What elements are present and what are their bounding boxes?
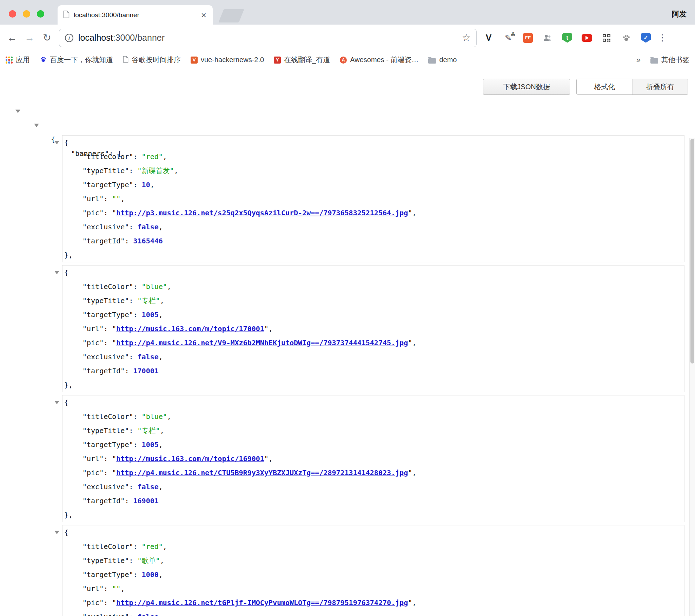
json-punctuation: ,	[269, 325, 273, 333]
json-punctuation: :	[133, 181, 142, 189]
json-punctuation: :	[104, 195, 112, 203]
json-punctuation: ,	[269, 454, 273, 463]
json-punctuation: {	[64, 268, 68, 277]
youdao-dict-extension-icon[interactable]: ✎英	[503, 32, 514, 44]
qr-code-extension-icon[interactable]	[601, 32, 612, 44]
back-button[interactable]: ←	[6, 32, 18, 44]
json-number-value: 1000	[142, 570, 159, 579]
json-punctuation: :	[104, 454, 112, 463]
json-key: "targetType"	[82, 181, 133, 189]
bookmark-label: 百度一下，你就知道	[50, 55, 113, 65]
json-link[interactable]: http://p4.music.126.net/V9-MXz6b2MNhEKju…	[116, 339, 408, 347]
new-tab-button[interactable]	[218, 9, 244, 22]
browser-tab[interactable]: localhost:3000/banner ×	[58, 5, 213, 25]
json-punctuation: :	[104, 339, 112, 347]
paw-extension-icon[interactable]	[621, 32, 632, 44]
json-punctuation: :	[129, 612, 137, 616]
collapse-triangle-icon[interactable]	[54, 401, 59, 404]
json-punctuation: ,	[159, 310, 163, 319]
json-link[interactable]: http://music.163.com/m/topic/169001	[116, 454, 264, 463]
json-punctuation: ,	[412, 598, 416, 607]
json-key: "titleColor"	[82, 282, 133, 291]
bookmark-item-awesomes[interactable]: A Awesomes - 前端资…	[340, 55, 418, 65]
json-object-box: {"titleColor": "red","typeTitle": "新碟首发"…	[62, 135, 684, 262]
json-line: "exclusive": false,	[62, 350, 684, 364]
json-punctuation: ,	[159, 353, 163, 361]
collapse-triangle-icon[interactable]	[54, 531, 59, 534]
security-shield-extension-icon[interactable]: ✓	[641, 33, 651, 43]
json-line: "exclusive": false,	[62, 220, 684, 234]
sessions-extension-icon[interactable]	[542, 32, 553, 44]
close-window-button[interactable]	[9, 10, 16, 18]
bookmark-item-other-bookmarks[interactable]: 其他书签	[650, 55, 689, 65]
json-key: "targetType"	[82, 570, 133, 579]
browser-menu-icon[interactable]: ⋮	[657, 32, 668, 43]
json-string-value: "歌单"	[138, 556, 160, 565]
json-punctuation: ,	[163, 542, 167, 551]
json-object-box: {"titleColor": "blue","typeTitle": "专栏",…	[62, 265, 684, 392]
bookmark-item-youdao-translate[interactable]: Y 在线翻译_有道	[274, 55, 330, 65]
bookmark-item-google-sort[interactable]: 谷歌按时间排序	[123, 55, 181, 65]
json-link[interactable]: http://p3.music.126.net/s25q2x5QyqsAzilC…	[116, 209, 408, 217]
json-punctuation: ,	[167, 412, 171, 421]
maximize-window-button[interactable]	[37, 10, 44, 18]
bookmark-star-icon[interactable]: ☆	[462, 32, 471, 44]
json-object-box: {"titleColor": "blue","typeTitle": "专栏",…	[62, 395, 684, 522]
tab-close-icon[interactable]: ×	[200, 11, 207, 20]
vimium-extension-icon[interactable]: V	[483, 32, 494, 44]
json-key: "url"	[82, 584, 104, 593]
bookmark-label: 谷歌按时间排序	[132, 55, 181, 65]
json-punctuation: ,	[160, 426, 164, 435]
download-json-button[interactable]: 下载JSON数据	[483, 79, 570, 95]
json-punctuation: "	[112, 598, 116, 607]
collapse-triangle-icon[interactable]	[54, 141, 59, 144]
vertical-scrollbar[interactable]	[689, 138, 695, 616]
json-punctuation: ,	[159, 440, 163, 449]
format-button[interactable]: 格式化	[577, 79, 633, 94]
json-line: },	[62, 248, 684, 262]
json-string-value: "专栏"	[138, 426, 160, 435]
json-punctuation: :	[129, 426, 137, 435]
scrollbar-thumb[interactable]	[690, 139, 694, 363]
reload-button[interactable]: ↻	[41, 32, 53, 44]
bookmark-item-apps[interactable]: 应用	[6, 55, 30, 65]
json-key: "titleColor"	[82, 412, 133, 421]
collapse-triangle-icon[interactable]	[34, 124, 39, 127]
json-boolean-value: false	[138, 483, 159, 491]
bookmark-item-demo[interactable]: demo	[428, 56, 457, 64]
json-key: "pic"	[82, 339, 104, 347]
json-key: "targetType"	[82, 440, 133, 449]
json-string-value: "red"	[142, 542, 163, 551]
json-boolean-value: false	[138, 353, 159, 361]
youtube-extension-icon[interactable]	[582, 34, 592, 42]
bookmark-label: Awesomes - 前端资…	[350, 55, 418, 65]
tab-title: localhost:3000/banner	[74, 11, 200, 19]
forward-button[interactable]: →	[23, 32, 36, 44]
minimize-window-button[interactable]	[23, 10, 30, 18]
tencent-shield-extension-icon[interactable]: t	[562, 33, 572, 43]
json-punctuation: "	[408, 209, 412, 217]
json-punctuation: "	[408, 339, 412, 347]
json-link[interactable]: http://music.163.com/m/topic/170001	[116, 325, 264, 333]
bookmarks-overflow-chevron[interactable]: »	[636, 55, 641, 65]
page-info-icon[interactable]: i	[65, 34, 73, 42]
json-link[interactable]: http://p4.music.126.net/tGPljf-IMOCyPvum…	[116, 598, 408, 607]
json-punctuation: :	[129, 166, 137, 175]
bookmark-item-vue-hackernews[interactable]: V vue-hackernews-2.0	[191, 56, 264, 64]
extension-icons-row: V ✎英 FE t ✓	[483, 32, 651, 44]
baidu-paw-icon	[40, 56, 47, 64]
json-punctuation: ,	[159, 483, 163, 491]
json-punctuation: {	[64, 398, 68, 407]
collapse-triangle-icon[interactable]	[15, 110, 20, 113]
collapse-triangle-icon[interactable]	[54, 271, 59, 274]
json-line: "titleColor": "blue",	[62, 409, 684, 424]
json-string-value: "专栏"	[138, 296, 160, 305]
bookmark-item-baidu[interactable]: 百度一下，你就知道	[40, 55, 113, 65]
address-bar[interactable]: i localhost:3000/banner ☆	[59, 29, 477, 47]
fe-extension-icon[interactable]: FE	[523, 33, 533, 43]
json-punctuation: :	[125, 497, 133, 505]
json-boolean-value: false	[138, 612, 159, 616]
collapse-all-button[interactable]: 折叠所有	[633, 79, 688, 94]
json-key: "url"	[82, 195, 104, 203]
json-link[interactable]: http://p4.music.126.net/CTU5B9R9y3XyYBZX…	[116, 468, 408, 477]
